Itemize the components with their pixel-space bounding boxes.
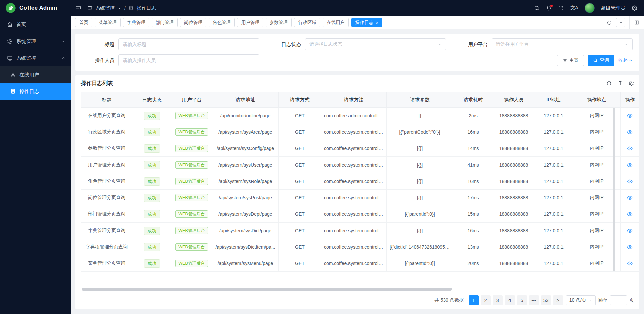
- sidebar-item-home[interactable]: 首页: [0, 16, 71, 33]
- platform-tag: WEB管理后台: [175, 128, 208, 136]
- tab-label: 部门管理: [156, 20, 174, 26]
- cell-duration: 41ms: [453, 157, 493, 173]
- bell-icon[interactable]: [546, 5, 552, 11]
- table-horizontal-scrollbar[interactable]: [82, 288, 452, 291]
- cell-params: [{}]: [387, 223, 453, 239]
- tab-item[interactable]: 首页: [75, 18, 92, 27]
- next-page-button[interactable]: >: [553, 295, 563, 305]
- page-ellipsis[interactable]: •••: [529, 295, 539, 305]
- sidebar-item-system-monitor[interactable]: 系统监控: [0, 50, 71, 66]
- sidebar-item-label: 在线用户: [19, 72, 39, 78]
- column-settings-icon[interactable]: [629, 81, 634, 86]
- logo: Coffee Admin: [0, 0, 71, 16]
- sidebar-item-system-management[interactable]: 系统管理: [0, 33, 71, 50]
- chevron-down-icon: [589, 299, 592, 302]
- view-detail-eye-icon[interactable]: [627, 162, 633, 168]
- view-detail-eye-icon[interactable]: [627, 146, 633, 151]
- tab-item[interactable]: 参数管理: [266, 18, 292, 27]
- title-input[interactable]: [118, 38, 259, 50]
- avatar[interactable]: [585, 3, 595, 13]
- chevron-down-icon: [438, 42, 442, 46]
- logo-icon: [5, 3, 16, 13]
- page-number[interactable]: 53: [541, 295, 551, 305]
- view-detail-eye-icon[interactable]: [627, 129, 633, 135]
- breadcrumb-item[interactable]: 系统监控: [95, 5, 115, 11]
- menu-fold-icon[interactable]: [75, 5, 82, 11]
- log-status-select[interactable]: 请选择日志状态: [305, 38, 446, 50]
- page-number[interactable]: 3: [493, 295, 503, 305]
- page-number[interactable]: 4: [505, 295, 515, 305]
- user-platform-select[interactable]: 请选择用户平台: [492, 38, 633, 50]
- status-tag: 成功: [144, 112, 160, 120]
- table-row: 字典项管理分页查询成功WEB管理后台/api/system/sysDictIte…: [81, 239, 639, 255]
- view-detail-eye-icon[interactable]: [627, 228, 633, 234]
- tab-item[interactable]: 行政区域: [294, 18, 320, 27]
- translate-icon[interactable]: 文A: [570, 5, 578, 11]
- platform-tag: WEB管理后台: [175, 194, 208, 202]
- cell-title: 角色管理分页查询: [81, 173, 132, 190]
- settings-icon[interactable]: [632, 5, 637, 11]
- table-row: 岗位管理分页查询成功WEB管理后台/api/system/sysPost/pag…: [81, 190, 639, 206]
- cell-platform: WEB管理后台: [171, 239, 212, 255]
- tab-item[interactable]: 部门管理: [152, 18, 178, 27]
- cell-actions: [621, 108, 639, 124]
- page-size-select[interactable]: 10 条/页: [566, 295, 596, 305]
- view-detail-eye-icon[interactable]: [627, 113, 633, 119]
- sidebar-item-online-users[interactable]: 在线用户: [0, 66, 71, 83]
- cell-method: GET: [279, 206, 321, 223]
- page-number[interactable]: 5: [517, 295, 527, 305]
- table-vertical-scrollbar[interactable]: [613, 108, 615, 271]
- operation-log-table: 标题日志状态用户平台请求地址请求方式请求方法请求参数请求耗时操作人员IP地址操作…: [81, 92, 639, 272]
- cell-platform: WEB管理后台: [171, 223, 212, 239]
- view-detail-eye-icon[interactable]: [627, 179, 633, 184]
- pagination-total: 共 530 条数据: [435, 297, 464, 303]
- cell-platform: WEB管理后台: [171, 124, 212, 140]
- search-icon[interactable]: [534, 5, 540, 11]
- tab-item[interactable]: 在线用户: [323, 18, 349, 27]
- sidebar-item-label: 系统监控: [16, 55, 36, 61]
- tab-item[interactable]: 用户管理: [237, 18, 263, 27]
- username[interactable]: 超级管理员: [601, 5, 626, 11]
- refresh-tabs-icon[interactable]: [607, 20, 612, 25]
- card-header: 操作日志列表: [81, 75, 634, 92]
- table-spacer: [81, 272, 634, 288]
- tab-item[interactable]: 菜单管理: [95, 18, 121, 27]
- column-header: 请求耗时: [453, 92, 493, 108]
- content-fullscreen-icon[interactable]: [629, 16, 644, 29]
- tab-item[interactable]: 角色管理: [209, 18, 235, 27]
- collapse-filter-button[interactable]: 收起: [618, 57, 633, 63]
- refresh-icon[interactable]: [606, 81, 612, 86]
- cell-platform: WEB管理后台: [171, 190, 212, 206]
- cell-actions: [621, 173, 639, 190]
- user-icon: [10, 72, 16, 77]
- tab-bar-tabs: 首页菜单管理字典管理部门管理岗位管理角色管理用户管理参数管理行政区域在线用户操作…: [75, 18, 602, 27]
- view-detail-eye-icon[interactable]: [627, 261, 633, 266]
- cell-operator: 18888888888: [493, 124, 534, 140]
- cell-title: 参数管理分页查询: [81, 140, 132, 157]
- tab-item[interactable]: 操作日志×: [351, 18, 382, 27]
- cell-method: GET: [279, 124, 321, 140]
- pager: 12345•••53>: [469, 295, 563, 305]
- density-icon[interactable]: [618, 81, 623, 86]
- view-detail-eye-icon[interactable]: [627, 244, 633, 250]
- tab-item[interactable]: 岗位管理: [180, 18, 206, 27]
- cell-actions: [621, 124, 639, 140]
- sidebar-item-operation-log[interactable]: 操作日志: [0, 83, 71, 100]
- cell-operator: 18888888888: [493, 223, 534, 239]
- cell-func: com.coffee.system.controlle...: [321, 223, 387, 239]
- page-number[interactable]: 1: [469, 295, 479, 305]
- status-tag: 成功: [144, 243, 160, 251]
- tabs-dropdown-button[interactable]: [616, 18, 625, 27]
- fullscreen-icon[interactable]: [558, 5, 564, 11]
- operator-input[interactable]: [118, 54, 259, 66]
- view-detail-eye-icon[interactable]: [627, 195, 633, 201]
- search-button[interactable]: 查询: [588, 55, 614, 66]
- pagination: 共 530 条数据 12345•••53> 10 条/页 跳至 页: [81, 293, 634, 309]
- table-row: 用户管理分页查询成功WEB管理后台/api/system/sysUser/pag…: [81, 157, 639, 173]
- page-number[interactable]: 2: [481, 295, 491, 305]
- tab-close-icon[interactable]: ×: [376, 20, 378, 25]
- jump-page-input[interactable]: [610, 295, 627, 305]
- view-detail-eye-icon[interactable]: [627, 211, 633, 217]
- reset-button[interactable]: 重置: [557, 55, 584, 66]
- tab-item[interactable]: 字典管理: [123, 18, 149, 27]
